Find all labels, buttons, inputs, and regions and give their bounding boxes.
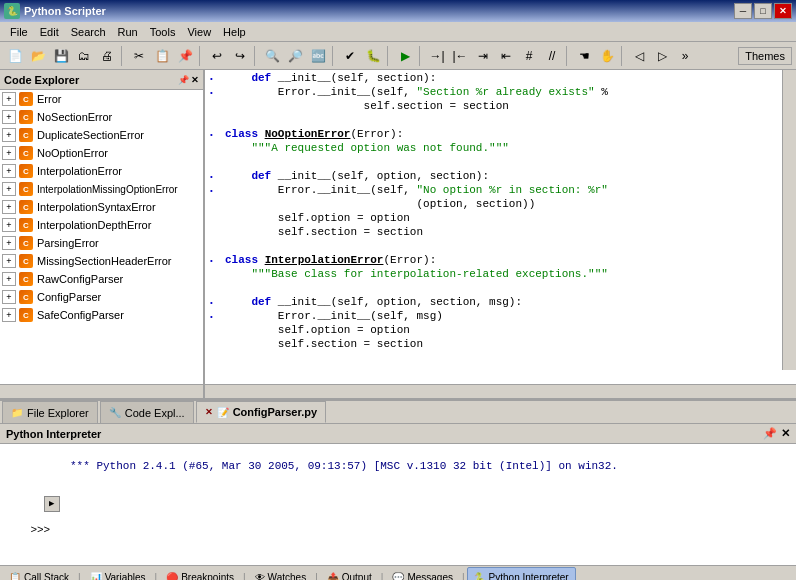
- new-button[interactable]: 📄: [4, 45, 26, 67]
- bottom-tab-variables[interactable]: 📊 Variables: [83, 567, 153, 581]
- tree-label-nosectionerror: NoSectionError: [37, 111, 112, 123]
- comment-button[interactable]: #: [518, 45, 540, 67]
- replace-button[interactable]: 🔤: [307, 45, 329, 67]
- pin-button[interactable]: 📌: [178, 75, 189, 85]
- uncomment-button[interactable]: //: [541, 45, 563, 67]
- undo-button[interactable]: ↩: [206, 45, 228, 67]
- menu-file[interactable]: File: [4, 25, 34, 39]
- indent2-button[interactable]: ⇥: [472, 45, 494, 67]
- expander-configparser[interactable]: +: [2, 290, 16, 304]
- breakpoints-label: Breakpoints: [181, 572, 234, 580]
- code-line-20: self.section = section: [205, 338, 780, 352]
- print-button[interactable]: 🖨: [96, 45, 118, 67]
- toolbar-sep-8: [621, 46, 625, 66]
- variables-icon: 📊: [90, 572, 102, 580]
- forward-button[interactable]: ▷: [651, 45, 673, 67]
- expander-interpolationsyntaxerror[interactable]: +: [2, 200, 16, 214]
- bottom-tab-watches[interactable]: 👁 Watches: [248, 567, 314, 581]
- close-panel-button[interactable]: ✕: [191, 75, 199, 85]
- code-scrollbar-v[interactable]: [782, 70, 796, 370]
- back-button[interactable]: ◁: [628, 45, 650, 67]
- tree-item-missingsectionheadererror[interactable]: + C MissingSectionHeaderError: [0, 252, 203, 270]
- debug-button[interactable]: 🐛: [362, 45, 384, 67]
- toolbar-sep-5: [387, 46, 391, 66]
- bottom-tab-messages[interactable]: 💬 Messages: [385, 567, 460, 581]
- tree-item-interpolationsyntaxerror[interactable]: + C InterpolationSyntaxError: [0, 198, 203, 216]
- tree-item-interpolationdeptherror[interactable]: + C InterpolationDepthError: [0, 216, 203, 234]
- window-controls: ─ □ ✕: [734, 3, 792, 19]
- expander-missingsectionheadererror[interactable]: +: [2, 254, 16, 268]
- toolbar-sep-1: [121, 46, 125, 66]
- menu-edit[interactable]: Edit: [34, 25, 65, 39]
- tree-item-error[interactable]: + C Error: [0, 90, 203, 108]
- save-all-button[interactable]: 🗂: [73, 45, 95, 67]
- hand-button[interactable]: ☚: [573, 45, 595, 67]
- expander-interpolationdeptherror[interactable]: +: [2, 218, 16, 232]
- hand2-button[interactable]: ✋: [596, 45, 618, 67]
- expander-nosectionerror[interactable]: +: [2, 110, 16, 124]
- menu-help[interactable]: Help: [217, 25, 252, 39]
- tree-container[interactable]: + C Error + C NoSectionError + C Duplica…: [0, 90, 203, 384]
- unindent-button[interactable]: |←: [449, 45, 471, 67]
- code-scrollbar-h[interactable]: [205, 384, 796, 398]
- expander-error[interactable]: +: [2, 92, 16, 106]
- tree-item-safeconfigparser[interactable]: + C SafeConfigParser: [0, 306, 203, 324]
- bottom-tab-python-interpreter[interactable]: 🐍 Python Interpreter: [467, 567, 576, 581]
- save-button[interactable]: 💾: [50, 45, 72, 67]
- tab-close-icon[interactable]: ✕: [205, 407, 213, 417]
- close-button[interactable]: ✕: [774, 3, 792, 19]
- tree-item-rawconfigparser[interactable]: + C RawConfigParser: [0, 270, 203, 288]
- tree-item-nosectionerror[interactable]: + C NoSectionError: [0, 108, 203, 126]
- code-line-18: • Error.__init__(self, msg): [205, 310, 780, 324]
- cut-button[interactable]: ✂: [128, 45, 150, 67]
- watches-label: Watches: [268, 572, 307, 580]
- find-next-button[interactable]: 🔎: [284, 45, 306, 67]
- class-icon-duplicatesectionerror: C: [18, 127, 34, 143]
- bullet-3: [209, 100, 225, 102]
- unindent2-button[interactable]: ⇤: [495, 45, 517, 67]
- more-button[interactable]: »: [674, 45, 696, 67]
- expander-interpolationmissingoptionerror[interactable]: +: [2, 182, 16, 196]
- bottom-tab-callstack[interactable]: 📋 Call Stack: [2, 567, 76, 581]
- tree-item-interpolationerror[interactable]: + C InterpolationError: [0, 162, 203, 180]
- open-button[interactable]: 📂: [27, 45, 49, 67]
- menu-tools[interactable]: Tools: [144, 25, 182, 39]
- expander-interpolationerror[interactable]: +: [2, 164, 16, 178]
- expander-rawconfigparser[interactable]: +: [2, 272, 16, 286]
- redo-button[interactable]: ↪: [229, 45, 251, 67]
- bottom-tab-output[interactable]: 📤 Output: [320, 567, 379, 581]
- tree-item-parsingerror[interactable]: + C ParsingError: [0, 234, 203, 252]
- code-explorer-title: Code Explorer: [4, 74, 178, 86]
- tree-item-configparser[interactable]: + C ConfigParser: [0, 288, 203, 306]
- code-editor[interactable]: • def __init__(self, section): • Error._…: [205, 70, 796, 384]
- expander-safeconfigparser[interactable]: +: [2, 308, 16, 322]
- interpreter-area[interactable]: *** Python 2.4.1 (#65, Mar 30 2005, 09:1…: [0, 444, 796, 565]
- minimize-button[interactable]: ─: [734, 3, 752, 19]
- menu-view[interactable]: View: [181, 25, 217, 39]
- expander-duplicatesectionerror[interactable]: +: [2, 128, 16, 142]
- pin-interpreter-button[interactable]: 📌: [763, 427, 777, 440]
- expander-nooptionerror[interactable]: +: [2, 146, 16, 160]
- code-explorer-icon: 🔧: [109, 407, 121, 418]
- menu-search[interactable]: Search: [65, 25, 112, 39]
- tab-configparser[interactable]: ✕ 📝 ConfigParser.py: [196, 401, 326, 423]
- expander-parsingerror[interactable]: +: [2, 236, 16, 250]
- tree-hscroll[interactable]: [0, 384, 203, 398]
- tree-item-interpolationmissingoptionerror[interactable]: + C InterpolationMissingOptionError: [0, 180, 203, 198]
- indent-button[interactable]: →|: [426, 45, 448, 67]
- themes-button[interactable]: Themes: [738, 47, 792, 65]
- menu-run[interactable]: Run: [112, 25, 144, 39]
- tree-item-nooptionerror[interactable]: + C NoOptionError: [0, 144, 203, 162]
- paste-button[interactable]: 📌: [174, 45, 196, 67]
- run-button[interactable]: ▶: [394, 45, 416, 67]
- close-interpreter-button[interactable]: ✕: [781, 427, 790, 440]
- tree-item-duplicatesectionerror[interactable]: + C DuplicateSectionError: [0, 126, 203, 144]
- output-icon: 📤: [327, 572, 339, 580]
- maximize-button[interactable]: □: [754, 3, 772, 19]
- tab-file-explorer[interactable]: 📁 File Explorer: [2, 401, 98, 423]
- copy-button[interactable]: 📋: [151, 45, 173, 67]
- tab-code-explorer[interactable]: 🔧 Code Expl...: [100, 401, 194, 423]
- bottom-tab-breakpoints[interactable]: 🔴 Breakpoints: [159, 567, 241, 581]
- check-button[interactable]: ✔: [339, 45, 361, 67]
- find-button[interactable]: 🔍: [261, 45, 283, 67]
